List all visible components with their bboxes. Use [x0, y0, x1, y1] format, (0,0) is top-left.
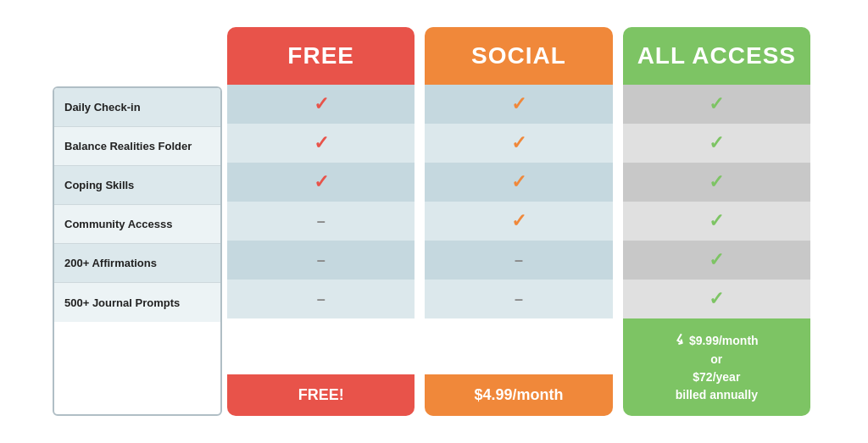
dash-icon: – [317, 252, 326, 269]
plan-cell-allaccess-5: ✓ [623, 280, 810, 318]
check-icon: ✓ [511, 171, 526, 193]
check-icon: ✓ [709, 93, 724, 115]
plan-footer-allaccess: ↳ $9.99/monthor$72/yearbilled annually [623, 318, 810, 416]
plan-footer-social: $4.99/month [425, 374, 612, 416]
feature-label: 500+ Journal Prompts [54, 283, 220, 322]
plan-cell-social-2: ✓ [425, 163, 612, 202]
plan-cell-social-3: ✓ [425, 202, 612, 241]
feature-label: Community Accesss [54, 205, 220, 244]
check-icon: ✓ [709, 171, 724, 193]
check-icon: ✓ [709, 288, 724, 310]
check-icon: ✓ [314, 93, 329, 115]
plan-title-allaccess: ALL ACCESS [623, 27, 810, 85]
feature-label: 200+ Affirmations [54, 244, 220, 283]
check-icon: ✓ [511, 93, 526, 115]
check-icon: ✓ [709, 210, 724, 232]
plan-cell-free-4: – [227, 241, 415, 280]
dash-icon: – [515, 252, 523, 269]
check-icon: ✓ [709, 249, 724, 271]
plan-footer-free: FREE! [227, 374, 415, 416]
plan-cell-allaccess-1: ✓ [623, 124, 810, 163]
plan-cell-free-3: – [227, 202, 415, 241]
curved-arrow-icon: ↳ [670, 329, 690, 352]
plan-cell-free-1: ✓ [227, 124, 415, 163]
feature-label: Balance Realities Folder [54, 127, 220, 166]
plan-cell-allaccess-4: ✓ [623, 241, 810, 280]
plan-col-allaccess: ALL ACCESS✓✓✓✓✓✓↳ $9.99/monthor$72/yearb… [623, 27, 810, 416]
feature-label: Daily Check-in [54, 88, 220, 127]
plan-cell-social-4: – [425, 241, 612, 280]
dash-icon: – [317, 291, 326, 308]
check-icon: ✓ [314, 171, 329, 193]
plan-cell-allaccess-0: ✓ [623, 85, 810, 124]
plan-title-social: SOCIAL [425, 27, 612, 85]
plan-cell-social-5: – [425, 280, 612, 318]
plan-cell-allaccess-3: ✓ [623, 202, 810, 241]
dash-icon: – [515, 291, 523, 308]
feature-label: Coping Skills [54, 166, 220, 205]
plan-col-social: SOCIAL✓✓✓✓––$4.99/month [425, 27, 612, 416]
plan-cell-allaccess-2: ✓ [623, 163, 810, 202]
pricing-table: Daily Check-inBalance Realities FolderCo… [53, 10, 815, 433]
plan-cell-social-0: ✓ [425, 85, 612, 124]
plan-cell-social-1: ✓ [425, 124, 612, 163]
check-icon: ✓ [314, 132, 329, 154]
check-icon: ✓ [709, 132, 724, 154]
check-icon: ✓ [511, 210, 526, 232]
plan-cell-free-5: – [227, 280, 415, 318]
plan-cell-free-2: ✓ [227, 163, 415, 202]
plan-col-free: FREE✓✓✓–––FREE! [227, 27, 415, 416]
dash-icon: – [317, 213, 326, 230]
plan-cell-free-0: ✓ [227, 85, 415, 124]
check-icon: ✓ [511, 132, 526, 154]
plan-title-free: FREE [227, 27, 415, 85]
features-column: Daily Check-inBalance Realities FolderCo… [53, 86, 222, 416]
